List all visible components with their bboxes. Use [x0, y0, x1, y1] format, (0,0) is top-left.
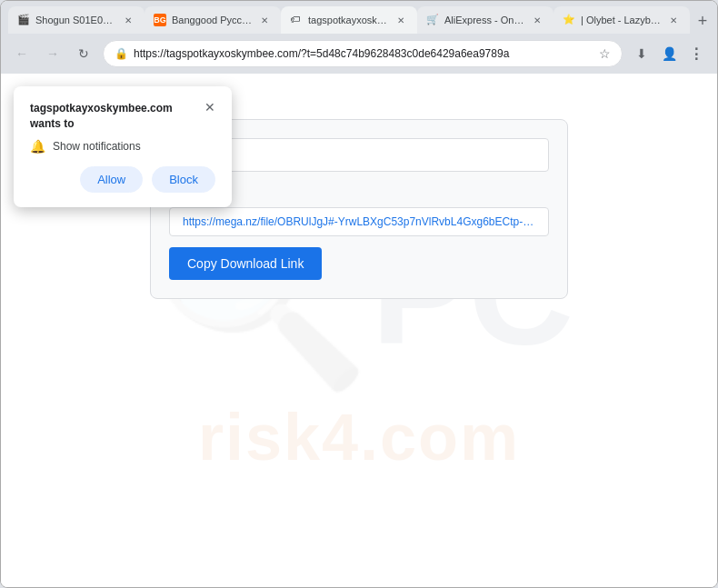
forward-button[interactable]: →: [41, 42, 65, 65]
copy-download-link-button[interactable]: Copy Download Link: [169, 247, 322, 280]
tab-title-1: Shogun S01E01.m...: [35, 15, 115, 25]
popup-domain: tagspotkayxoskymbee.com: [30, 102, 173, 115]
tab-favicon-4: 🛒: [426, 14, 439, 26]
popup-permission-text: Show notifications: [53, 140, 141, 153]
browser-window: 🎬 Shogun S01E01.m... ✕ BG Banggood Русск…: [0, 0, 718, 588]
tab-title-2: Banggood Русски...: [172, 15, 252, 25]
tab-banggood[interactable]: BG Banggood Русски... ✕: [145, 6, 281, 34]
tab-favicon-5: ⭐: [563, 14, 575, 26]
refresh-button[interactable]: ↻: [72, 42, 95, 65]
tab-close-2[interactable]: ✕: [257, 13, 272, 27]
block-button[interactable]: Block: [152, 166, 215, 193]
tab-aliexpress[interactable]: 🛒 AliExpress - Onlin... ✕: [417, 6, 553, 34]
popup-close-button[interactable]: ✕: [204, 101, 215, 114]
menu-icon[interactable]: ⋮: [684, 42, 708, 65]
popup-permission-row: 🔔 Show notifications: [30, 139, 215, 154]
tab-close-1[interactable]: ✕: [121, 13, 135, 27]
tab-title-3: tagspotkayxosky m...: [308, 15, 388, 25]
tab-close-4[interactable]: ✕: [530, 13, 544, 27]
popup-header: tagspotkayxoskymbee.com wants to ✕: [30, 101, 215, 132]
download-link-text: https://mega.nz/file/OBRUlJgJ#-YrwLBXgC5…: [183, 215, 549, 228]
bell-icon: 🔔: [30, 139, 45, 154]
title-bar: 🎬 Shogun S01E01.m... ✕ BG Banggood Русск…: [1, 1, 717, 34]
url-bar[interactable]: 🔒 https://tagspotkayxoskymbee.com/?t=5d4…: [103, 40, 623, 67]
profile-icon[interactable]: 👤: [657, 42, 681, 65]
tab-title-5: | Olybet - Lazybos: [581, 15, 661, 25]
new-tab-button[interactable]: +: [690, 8, 715, 34]
watermark-risk: risk4.com: [198, 400, 520, 474]
tab-favicon-1: 🎬: [17, 14, 30, 26]
tab-shogun[interactable]: 🎬 Shogun S01E01.m... ✕: [8, 6, 145, 34]
download-link-row: https://mega.nz/file/OBRUlJgJ#-YrwLBXgC5…: [169, 207, 549, 236]
tab-close-3[interactable]: ✕: [394, 13, 408, 27]
security-icon: 🔒: [115, 47, 128, 60]
popup-title: tagspotkayxoskymbee.com wants to: [30, 101, 173, 132]
address-bar: ← → ↻ 🔒 https://tagspotkayxoskymbee.com/…: [1, 34, 717, 74]
url-text: https://tagspotkayxoskymbee.com/?t=5d48c…: [134, 47, 509, 60]
tabs-bar: 🎬 Shogun S01E01.m... ✕ BG Banggood Русск…: [8, 1, 715, 34]
bookmark-icon[interactable]: ☆: [599, 46, 611, 61]
popup-actions: Allow Block: [30, 166, 215, 193]
tab-favicon-2: BG: [154, 14, 166, 26]
url-bar-icons: ☆: [599, 46, 611, 61]
tab-favicon-3: 🏷: [290, 14, 303, 26]
notification-popup: tagspotkayxoskymbee.com wants to ✕ 🔔 Sho…: [14, 86, 232, 207]
toolbar-right: ⬇ 👤 ⋮: [630, 42, 708, 65]
allow-button[interactable]: Allow: [80, 166, 143, 193]
page-content: 🔍 PC risk4.com tagspotkayxoskymbee.com w…: [1, 74, 717, 587]
tab-title-4: AliExpress - Onlin...: [444, 15, 524, 25]
download-icon[interactable]: ⬇: [630, 42, 653, 65]
back-button[interactable]: ←: [10, 42, 34, 65]
tab-close-5[interactable]: ✕: [666, 13, 681, 27]
tab-tagspotkayxosky[interactable]: 🏷 tagspotkayxosky m... ✕: [281, 6, 417, 34]
popup-wants-to: wants to: [30, 117, 75, 130]
tab-olybet[interactable]: ⭐ | Olybet - Lazybos ✕: [553, 6, 690, 34]
